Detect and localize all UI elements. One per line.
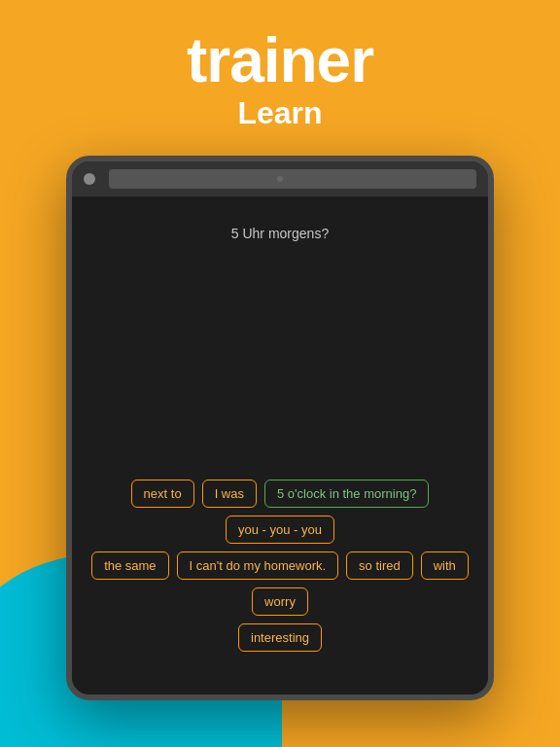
tablet-top-bar [72,161,488,196]
header: trainer Learn [0,0,560,131]
chip-with[interactable]: with [421,551,469,580]
close-icon[interactable] [84,173,95,185]
chip-next-to[interactable]: next to [131,480,194,508]
chip-worry[interactable]: worry [252,587,308,616]
chip-i-was[interactable]: I was [202,480,257,508]
camera-dot [277,176,283,182]
question-area: 5 Uhr morgens? [91,216,469,363]
answer-area [91,363,469,480]
tablet-container: 5 Uhr morgens? next to I was 5 o'clock i… [66,156,494,700]
word-chips-area: next to I was 5 o'clock in the morning? … [91,480,469,675]
chip-interesting[interactable]: interesting [238,623,322,652]
chip-the-same[interactable]: the same [91,551,168,580]
chip-so-tired[interactable]: so tired [346,551,413,580]
chip-5-oclock[interactable]: 5 o'clock in the morning? [264,480,429,508]
app-title: trainer [0,29,560,91]
app-subtitle: Learn [0,95,560,131]
chip-you-you-you[interactable]: you - you - you [226,516,334,544]
chips-row-1: next to I was 5 o'clock in the morning? … [91,480,469,544]
chips-row-2: the same I can't do my homework. so tire… [91,551,469,616]
chip-cant-do[interactable]: I can't do my homework. [177,551,338,580]
tab-bar [109,169,476,189]
tablet-device: 5 Uhr morgens? next to I was 5 o'clock i… [66,156,494,700]
chips-row-3: interesting [91,623,469,652]
tablet-screen: 5 Uhr morgens? next to I was 5 o'clock i… [72,196,488,694]
question-text: 5 Uhr morgens? [231,226,329,241]
